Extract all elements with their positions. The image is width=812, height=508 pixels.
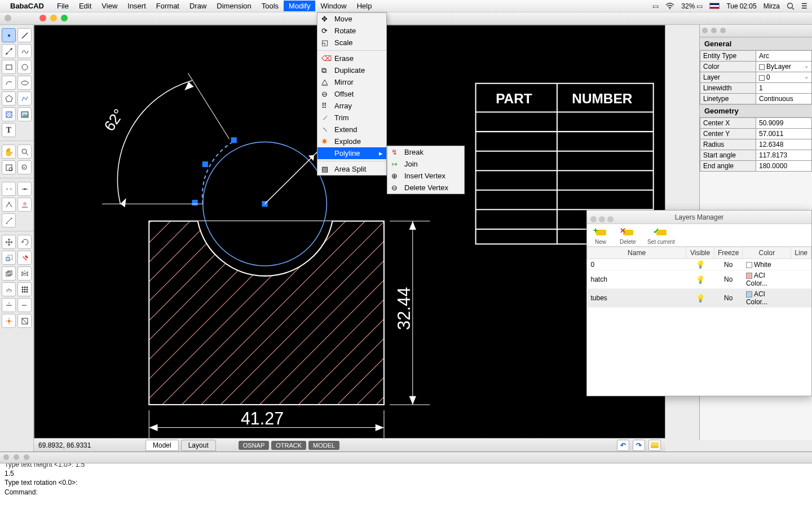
tool-duplicate[interactable] xyxy=(2,266,16,281)
close-window-button[interactable] xyxy=(39,15,46,21)
layers-delete-button[interactable]: ✕Delete xyxy=(620,227,636,245)
menu-window[interactable]: Window xyxy=(315,1,351,11)
submenu-insert-vertex[interactable]: ⊕Insert Vertex xyxy=(387,170,464,182)
menu-draw[interactable]: Draw xyxy=(184,1,211,11)
layers-col-visible[interactable]: Visible xyxy=(686,247,714,259)
language-flag[interactable] xyxy=(709,3,720,9)
redo-button[interactable]: ↷ xyxy=(633,440,645,451)
submenu-delete-vertex[interactable]: ⊖Delete Vertex xyxy=(387,182,464,194)
tool-insert-vertex[interactable] xyxy=(2,198,16,212)
layer-row-hatch[interactable]: hatch 💡 No ACI Color... xyxy=(588,270,811,289)
spotlight-icon[interactable] xyxy=(787,2,795,10)
menu-mirror[interactable]: ⧋Mirror xyxy=(317,76,386,88)
prop-layer[interactable]: 0⌄ xyxy=(756,72,812,83)
tool-rectangle[interactable] xyxy=(2,60,16,74)
menu-extend[interactable]: ⟍Extend xyxy=(317,124,386,135)
toggle-model[interactable]: MODEL xyxy=(308,441,339,450)
menu-extras-icon[interactable]: ☰ xyxy=(801,2,807,10)
menu-erase[interactable]: ⌫Erase xyxy=(317,52,386,64)
undo-button[interactable]: ↶ xyxy=(617,440,629,451)
app-name[interactable]: BabaCAD xyxy=(10,2,44,10)
menu-move[interactable]: ✥Move xyxy=(317,13,386,25)
tab-model[interactable]: Model xyxy=(145,440,179,451)
menu-scale[interactable]: ◱Scale xyxy=(317,37,386,49)
tool-point[interactable] xyxy=(2,28,16,42)
menu-trim[interactable]: ⟋Trim xyxy=(317,112,386,124)
menu-view[interactable]: View xyxy=(96,1,122,11)
layers-col-name[interactable]: Name xyxy=(588,247,686,259)
menu-array[interactable]: ⠿Array xyxy=(317,100,386,112)
bulb-icon[interactable]: 💡 xyxy=(696,294,705,303)
battery-indicator[interactable]: 32% ▭ xyxy=(681,2,703,10)
tool-area-split[interactable] xyxy=(17,314,32,328)
submenu-join[interactable]: ↣Join xyxy=(387,158,464,170)
menu-file[interactable]: File xyxy=(52,1,74,11)
submenu-break[interactable]: ↯Break xyxy=(387,146,464,158)
tool-join[interactable] xyxy=(17,182,32,196)
tool-text[interactable]: T xyxy=(2,123,16,137)
tool-trim[interactable] xyxy=(2,298,16,312)
toggle-osnap[interactable]: OSNAP xyxy=(239,441,270,450)
prop-end-angle[interactable]: 180.0000 xyxy=(756,161,812,172)
user-name[interactable]: Mirza xyxy=(764,2,780,10)
tool-zoom-window[interactable] xyxy=(17,144,32,159)
tool-arc[interactable] xyxy=(2,76,16,90)
layers-manager-window[interactable]: Layers Manager +New ✕Delete ✓Set current… xyxy=(586,210,812,396)
tool-scale[interactable] xyxy=(2,251,16,265)
prop-linewidth[interactable]: 1 xyxy=(756,83,812,94)
tool-polygon[interactable] xyxy=(2,91,16,106)
tool-explode[interactable] xyxy=(2,314,16,328)
menu-duplicate[interactable]: ⧉Duplicate xyxy=(317,64,386,76)
layers-title-bar[interactable]: Layers Manager xyxy=(587,211,811,224)
tool-rotate[interactable] xyxy=(17,235,32,249)
prop-entity-type[interactable]: Arc xyxy=(756,51,812,62)
prop-center-y[interactable]: 57.0011 xyxy=(756,129,812,139)
command-line-panel[interactable]: Type text height <1.0>: 1.5 1.5 Type tex… xyxy=(0,452,812,508)
zoom-window-button[interactable] xyxy=(61,15,68,21)
bulb-icon[interactable]: 💡 xyxy=(696,275,705,284)
tool-measure[interactable] xyxy=(2,213,16,227)
bulb-icon[interactable]: 💡 xyxy=(696,260,705,269)
clock[interactable]: Tue 02:05 xyxy=(726,2,756,10)
tool-erase[interactable] xyxy=(17,251,32,265)
tool-array[interactable] xyxy=(17,282,32,296)
tool-extend[interactable] xyxy=(17,298,32,312)
prop-color[interactable]: ByLayer⌄ xyxy=(756,62,812,72)
tab-layout[interactable]: Layout xyxy=(181,440,216,451)
tool-offset[interactable] xyxy=(2,282,16,296)
tool-delete-vertex[interactable] xyxy=(17,198,32,212)
menu-area-split[interactable]: ▨Area Split xyxy=(317,163,386,175)
layers-col-line[interactable]: Line xyxy=(791,247,811,259)
minimize-window-button[interactable] xyxy=(50,15,57,21)
menu-edit[interactable]: Edit xyxy=(74,1,96,11)
layers-new-button[interactable]: +New xyxy=(593,227,608,245)
screen-mirror-icon[interactable]: ▭ xyxy=(652,2,659,10)
tool-break[interactable] xyxy=(2,182,16,196)
cmd-prompt[interactable]: Command: xyxy=(5,488,807,497)
toggle-otrack[interactable]: OTRACK xyxy=(271,441,306,450)
menu-rotate[interactable]: ⟳Rotate xyxy=(317,25,386,37)
tool-move[interactable] xyxy=(2,235,16,249)
layers-col-freeze[interactable]: Freeze xyxy=(714,247,743,259)
tool-pan[interactable]: ✋ xyxy=(2,144,16,159)
menu-offset[interactable]: ⊖Offset xyxy=(317,88,386,100)
prop-start-angle[interactable]: 117.8173 xyxy=(756,150,812,161)
layer-row-tubes[interactable]: tubes 💡 No ACI Color... xyxy=(588,289,811,308)
tool-spline[interactable] xyxy=(17,44,32,58)
prop-radius[interactable]: 12.6348 xyxy=(756,139,812,150)
tool-line[interactable] xyxy=(17,28,32,42)
menu-tools[interactable]: Tools xyxy=(257,1,284,11)
layers-col-color[interactable]: Color xyxy=(743,247,791,259)
traffic-lights[interactable] xyxy=(39,15,68,21)
tool-circle[interactable] xyxy=(17,60,32,74)
tool-mirror[interactable] xyxy=(17,266,32,281)
wifi-icon[interactable] xyxy=(665,3,674,10)
menu-help[interactable]: Help xyxy=(352,1,377,11)
menu-dimension[interactable]: Dimension xyxy=(211,1,256,11)
tool-polyline[interactable] xyxy=(17,91,32,106)
tool-zoom-extents[interactable] xyxy=(2,160,16,174)
tool-zoom-realtime[interactable]: + xyxy=(17,160,32,174)
menu-insert[interactable]: Insert xyxy=(122,1,151,11)
tool-xline[interactable] xyxy=(2,44,16,58)
layers-button[interactable] xyxy=(648,440,661,451)
